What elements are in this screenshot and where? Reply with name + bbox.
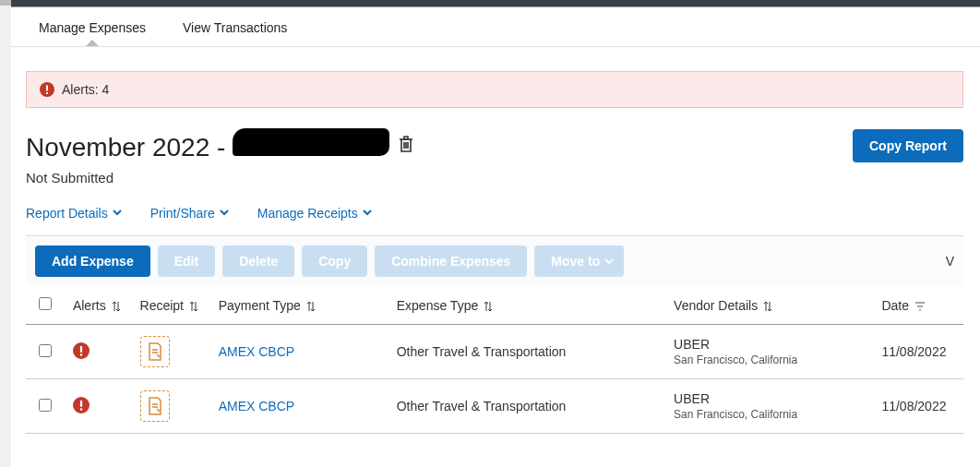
vendor-location: San Francisco, California	[674, 353, 866, 366]
copy-button: Copy	[302, 245, 367, 277]
copy-report-button[interactable]: Copy Report	[853, 129, 963, 162]
delete-button: Delete	[222, 245, 294, 277]
filter-icon	[914, 302, 926, 311]
left-scrollbar[interactable]	[0, 0, 11, 467]
print-share-dropdown[interactable]: Print/Share	[150, 206, 230, 221]
svg-rect-4	[80, 345, 82, 352]
report-status: Not Submitted	[26, 170, 963, 186]
redacted-name	[233, 128, 389, 156]
report-title: November 2022 -	[26, 128, 389, 162]
alert-icon	[40, 82, 54, 97]
col-receipt[interactable]: Receipt	[133, 286, 211, 325]
expense-date: 11/08/2022	[881, 399, 946, 413]
chevron-down-icon	[362, 206, 373, 221]
combine-expenses-button: Combine Expenses	[375, 245, 527, 277]
view-label-partial: V	[946, 254, 954, 269]
vendor-location: San Francisco, California	[674, 408, 866, 421]
vendor-name: UBER	[674, 391, 710, 406]
expense-type: Other Travel & Transportation	[397, 344, 567, 359]
col-vendor-details[interactable]: Vendor Details	[666, 286, 874, 325]
receipt-icon[interactable]	[140, 390, 170, 422]
sort-icon	[112, 301, 121, 312]
sort-icon	[306, 301, 316, 312]
payment-type-link[interactable]: AMEX CBCP	[219, 399, 294, 413]
chevron-down-icon	[219, 206, 230, 221]
table-row[interactable]: AMEX CBCPOther Travel & TransportationUB…	[26, 325, 963, 379]
vendor-name: UBER	[674, 337, 710, 352]
expense-table: Alerts Receipt Payment Type Expense Type	[26, 286, 963, 434]
header-bar	[11, 0, 980, 7]
alerts-banner[interactable]: Alerts: 4	[26, 71, 963, 108]
edit-button: Edit	[158, 245, 215, 277]
payment-type-link[interactable]: AMEX CBCP	[219, 344, 294, 359]
alert-icon[interactable]	[73, 347, 90, 362]
alerts-banner-text: Alerts: 4	[62, 82, 109, 97]
svg-rect-8	[80, 408, 82, 410]
expense-type: Other Travel & Transportation	[397, 399, 567, 413]
tab-view-transactions[interactable]: View Transactions	[183, 20, 287, 35]
select-all-checkbox[interactable]	[39, 297, 52, 310]
row-checkbox[interactable]	[39, 344, 52, 357]
svg-rect-2	[46, 92, 48, 94]
svg-rect-1	[46, 86, 48, 91]
tab-manage-expenses[interactable]: Manage Expenses	[39, 20, 146, 35]
row-checkbox[interactable]	[39, 399, 52, 412]
trash-icon[interactable]	[397, 134, 415, 157]
report-details-dropdown[interactable]: Report Details	[26, 206, 123, 221]
col-alerts[interactable]: Alerts	[66, 286, 133, 325]
chevron-down-icon	[604, 256, 615, 267]
alert-icon[interactable]	[73, 401, 90, 416]
move-to-button: Move to	[534, 245, 624, 277]
table-row[interactable]: AMEX CBCPOther Travel & TransportationUB…	[26, 379, 963, 434]
sort-icon	[484, 301, 493, 312]
col-payment-type[interactable]: Payment Type	[211, 286, 389, 325]
col-expense-type[interactable]: Expense Type	[389, 286, 666, 325]
add-expense-button[interactable]: Add Expense	[35, 245, 150, 277]
receipt-icon[interactable]	[140, 336, 170, 367]
svg-rect-5	[80, 353, 82, 355]
svg-rect-7	[80, 400, 82, 406]
expense-date: 11/08/2022	[881, 344, 946, 359]
col-date[interactable]: Date	[874, 286, 963, 325]
sort-icon	[189, 301, 198, 312]
manage-receipts-dropdown[interactable]: Manage Receipts	[257, 206, 373, 221]
chevron-down-icon	[112, 206, 123, 221]
sort-icon	[763, 301, 772, 312]
scrollbar-thumb[interactable]	[0, 0, 11, 6]
